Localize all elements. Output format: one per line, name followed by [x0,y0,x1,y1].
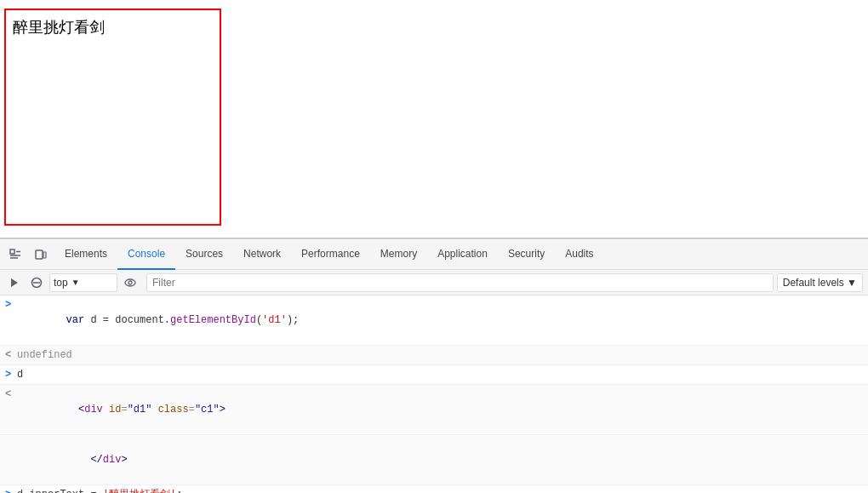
console-output-text: </div> [17,437,863,483]
console-line: > d.innerText = '醉里挑灯看剑'; [0,485,868,493]
console-line: < undefined [0,346,868,365]
console-line: < <div id="d1" class="c1"> [0,385,868,435]
tab-application[interactable]: Application [427,239,498,270]
svg-rect-4 [36,250,43,259]
device-toolbar-icon[interactable] [29,243,53,267]
output-prompt: < [5,387,17,402]
console-code: d.innerText = '醉里挑灯看剑'; [17,487,863,493]
log-levels-selector[interactable]: Default levels ▼ [777,273,863,292]
filter-input[interactable] [146,273,774,292]
tab-performance[interactable]: Performance [291,239,370,270]
tab-security[interactable]: Security [498,239,555,270]
clear-console-icon[interactable] [27,273,46,292]
devtools-panel: Elements Console Sources Network Perform… [0,238,868,493]
output-prompt: < [5,347,17,363]
svg-rect-5 [43,252,46,258]
svg-rect-0 [10,249,14,254]
context-selector-arrow: ▼ [71,278,80,287]
context-selector[interactable]: top ▼ [49,273,117,292]
tab-network[interactable]: Network [233,239,291,270]
console-output-text: <div id="d1" class="c1"> [17,387,863,433]
tab-console[interactable]: Console [117,239,175,270]
svg-point-9 [125,279,135,286]
svg-point-10 [128,281,132,284]
eye-icon[interactable] [121,273,140,292]
content-box: 醉里挑灯看剑 [4,9,221,226]
console-line: > d [0,365,868,385]
console-output[interactable]: > var d = document.getElementById('d1');… [0,295,868,493]
console-code: var d = document.getElementById('d1'); [17,297,863,343]
tab-elements[interactable]: Elements [54,239,117,270]
console-toolbar: top ▼ Default levels ▼ [0,270,868,295]
console-output-text: undefined [17,347,863,363]
tab-audits[interactable]: Audits [555,239,603,270]
execute-script-icon[interactable] [5,273,24,292]
inspect-element-icon[interactable] [3,243,27,267]
input-prompt: > [5,297,17,312]
tab-memory[interactable]: Memory [370,239,427,270]
tab-sources[interactable]: Sources [175,239,233,270]
input-prompt: > [5,487,17,493]
page-text: 醉里挑灯看剑 [13,17,105,37]
console-code: d [17,367,863,382]
input-prompt: > [5,367,17,382]
console-line: > var d = document.getElementById('d1'); [0,295,868,346]
svg-marker-6 [11,278,18,287]
console-line: </div> [0,435,868,485]
page-content-area: 醉里挑灯看剑 [0,0,868,238]
devtools-tabs-row: Elements Console Sources Network Perform… [0,239,868,270]
